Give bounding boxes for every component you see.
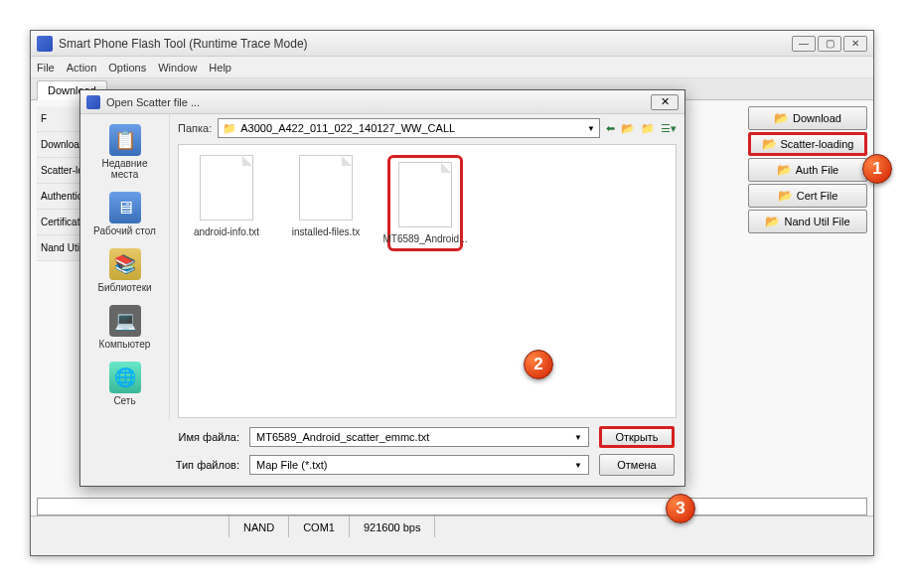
file-icon [398,162,452,227]
window-title: Smart Phone Flash Tool (Runtime Trace Mo… [59,37,792,51]
folder-label: Папка: [178,122,212,134]
newfolder-icon[interactable]: 📁 [641,122,655,135]
right-buttons: 📂Download 📂Scatter-loading 📂Auth File 📂C… [748,106,867,233]
place-libraries[interactable]: 📚Библиотеки [85,244,165,297]
cancel-button[interactable]: Отмена [599,454,675,476]
callout-3: 3 [666,494,695,523]
chevron-down-icon: ▼ [574,461,582,470]
scatter-loading-button[interactable]: 📂Scatter-loading [748,132,867,156]
status-com: COM1 [289,516,350,537]
place-network[interactable]: 🌐Сеть [85,358,165,410]
status-baud: 921600 bps [350,516,436,537]
folder-value: A3000_A422_011_022_140127_WW_CALL [240,122,455,134]
path-row: Папка: 📁 A3000_A422_011_022_140127_WW_CA… [170,114,684,142]
up-icon[interactable]: 📂 [621,122,635,135]
auth-file-button[interactable]: 📂Auth File [748,158,867,182]
menubar: File Action Options Window Help [31,57,873,78]
menu-window[interactable]: Window [158,62,197,74]
download-button[interactable]: 📂Download [748,106,867,130]
app-icon [86,95,100,109]
filetype-combo[interactable]: Map File (*.txt)▼ [249,455,589,475]
statusbar: NAND COM1 921600 bps [31,515,873,537]
filename-label: Имя файла: [160,431,239,443]
app-icon [37,36,53,52]
place-computer[interactable]: 💻Компьютер [85,301,165,354]
menu-file[interactable]: File [37,62,55,74]
maximize-button[interactable]: ▢ [818,36,841,52]
file-item[interactable]: android-info.txt [189,155,264,237]
filename-input[interactable]: MT6589_Android_scatter_emmc.txt▼ [249,427,589,447]
titlebar[interactable]: Smart Phone Flash Tool (Runtime Trace Mo… [31,31,873,57]
folder-icon: 📂 [762,137,777,151]
menu-options[interactable]: Options [108,62,146,74]
minimize-button[interactable]: — [792,36,816,52]
view-icon[interactable]: ☰▾ [661,122,677,135]
folder-icon: 📂 [778,189,793,203]
menu-action[interactable]: Action [67,62,97,74]
file-area: Папка: 📁 A3000_A422_011_022_140127_WW_CA… [170,114,684,420]
folder-combo[interactable]: 📁 A3000_A422_011_022_140127_WW_CALL ▼ [218,118,600,138]
places-bar: 📋Недавние места 🖥Рабочий стол 📚Библиотек… [80,114,170,420]
desktop-icon: 🖥 [109,192,141,223]
progress-bar [37,498,867,515]
cert-file-button[interactable]: 📂Cert File [748,184,867,208]
chevron-down-icon: ▼ [587,124,595,133]
folder-icon: 📂 [765,215,780,228]
status-cell [31,516,229,537]
nand-util-button[interactable]: 📂Nand Util File [748,210,867,233]
file-item-selected[interactable]: MT6589_Android... [387,155,463,251]
open-button[interactable]: Открыть [599,426,675,448]
callout-2: 2 [524,350,553,379]
libraries-icon: 📚 [109,248,141,280]
dialog-titlebar[interactable]: Open Scatter file ... ✕ [80,90,684,114]
dialog-title: Open Scatter file ... [106,96,651,108]
file-name: MT6589_Android... [382,233,467,244]
dialog-close-button[interactable]: ✕ [651,94,679,110]
recent-icon: 📋 [109,124,141,156]
folder-icon: 📁 [223,122,236,135]
file-item[interactable]: installed-files.tx [288,155,364,237]
folder-icon: 📂 [774,111,789,125]
file-icon [200,155,253,220]
folder-icon: 📂 [777,163,792,177]
dialog-bottom: Имя файла: MT6589_Android_scatter_emmc.t… [80,420,684,482]
callout-1: 1 [862,154,892,184]
filetype-label: Тип файлов: [160,459,239,471]
network-icon: 🌐 [109,362,141,393]
open-file-dialog: Open Scatter file ... ✕ 📋Недавние места … [79,89,685,487]
file-name: installed-files.tx [292,226,360,237]
close-button[interactable]: ✕ [843,36,867,52]
place-desktop[interactable]: 🖥Рабочий стол [85,188,165,240]
menu-help[interactable]: Help [209,62,231,74]
file-icon [299,155,353,220]
back-icon[interactable]: ⬅ [606,122,615,135]
chevron-down-icon: ▼ [574,433,582,442]
place-recent[interactable]: 📋Недавние места [85,120,165,184]
file-name: android-info.txt [194,226,259,237]
file-list[interactable]: android-info.txt installed-files.tx MT65… [178,144,677,418]
computer-icon: 💻 [109,305,141,337]
status-nand: NAND [229,516,289,537]
